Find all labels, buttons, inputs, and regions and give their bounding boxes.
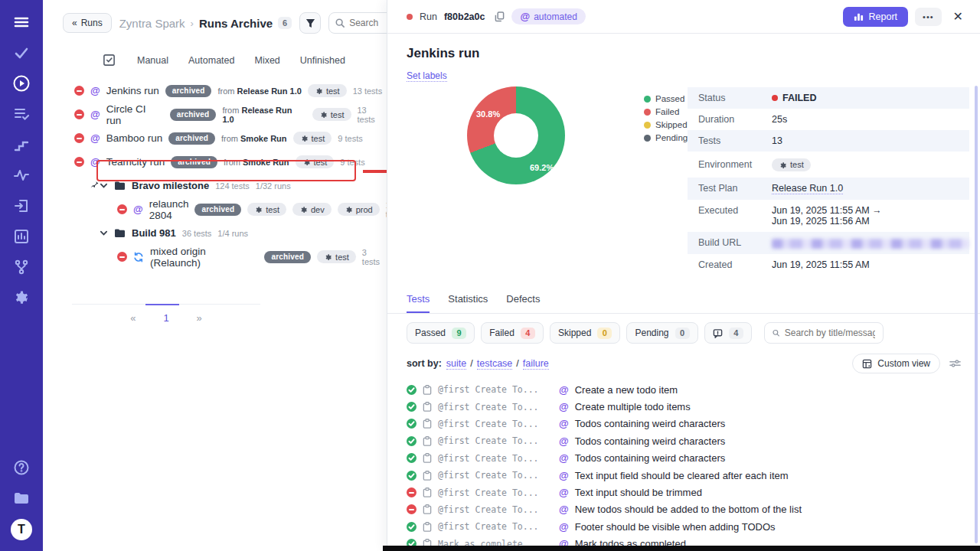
filter-comments[interactable]: 4	[704, 322, 752, 344]
test-title[interactable]: Create multiple todo items	[575, 401, 691, 412]
close-detail-button[interactable]: ✕	[949, 6, 968, 27]
test-title[interactable]: Todos containing weird characters	[575, 435, 726, 447]
sort-suite-link[interactable]: suite	[446, 358, 466, 370]
env-badge: test	[293, 132, 332, 145]
filter-failed[interactable]: Failed4	[481, 322, 544, 344]
test-row[interactable]: @first Create To...@Text input field sho…	[407, 467, 980, 484]
run-title: Jenkins run	[387, 34, 980, 61]
test-row[interactable]: @first Create To...@Todos containing wei…	[407, 416, 980, 432]
clipboard-icon	[423, 471, 432, 481]
test-title[interactable]: Text input should be trimmed	[575, 487, 702, 498]
filter-passed[interactable]: Passed9	[407, 322, 475, 344]
select-all-icon[interactable]	[103, 54, 116, 67]
test-row[interactable]: @first Create To...@Create a new todo it…	[407, 381, 980, 398]
archived-badge: archived	[168, 132, 215, 145]
run-name[interactable]: relaunch 2804	[149, 198, 189, 221]
sliders-icon[interactable]	[949, 358, 961, 369]
env-badge: test	[772, 158, 811, 171]
build-url-redacted[interactable]	[772, 239, 969, 249]
vertical-scrollbar[interactable]	[975, 86, 978, 543]
run-row-jenkins[interactable]: @ Jenkins run archived from Release Run …	[43, 79, 387, 103]
tab-automated[interactable]: Automated	[188, 55, 234, 66]
steps-icon[interactable]	[11, 135, 31, 155]
help-icon[interactable]	[11, 458, 31, 478]
tab-tests[interactable]: Tests	[407, 293, 430, 313]
tab-unfinished[interactable]: Unfinished	[300, 55, 345, 66]
pagination-page-1[interactable]: 1	[163, 312, 168, 324]
gear-icon	[300, 134, 309, 142]
test-row[interactable]: @first Create To...@Text input should be…	[407, 484, 980, 500]
chevron-down-icon[interactable]	[100, 181, 108, 190]
run-name[interactable]: Circle CI run	[106, 103, 164, 126]
run-row-circle-ci[interactable]: @ Circle CI run archived from Release Ru…	[43, 103, 387, 126]
test-title[interactable]: Todos containing weird characters	[575, 418, 726, 429]
test-title[interactable]: Create a new todo item	[575, 384, 678, 396]
tab-mixed[interactable]: Mixed	[254, 55, 279, 66]
import-icon[interactable]	[11, 196, 31, 216]
clipboard-icon	[423, 436, 432, 446]
sort-failure-link[interactable]: failure	[523, 358, 549, 370]
chevron-down-icon[interactable]	[100, 229, 108, 237]
analytics-icon[interactable]	[11, 165, 31, 185]
milestone-row-build-981[interactable]: Build 981 36 tests 1/4 runs	[43, 221, 387, 245]
custom-view-button[interactable]: Custom view	[852, 354, 940, 373]
run-name[interactable]: Jenkins run	[106, 85, 159, 96]
comment-icon	[713, 328, 723, 338]
projects-icon[interactable]	[11, 488, 31, 508]
reports-icon[interactable]	[11, 227, 31, 246]
runs-search-input[interactable]	[349, 18, 390, 28]
run-row-bamboo[interactable]: @ Bamboo run archived from Smoke Run tes…	[43, 126, 387, 150]
test-row[interactable]: @first Create To...@Todos containing wei…	[407, 432, 980, 449]
milestone-name[interactable]: Bravo milestone	[132, 180, 209, 191]
clipboard-icon	[423, 402, 432, 412]
pagination-prev[interactable]: «	[130, 312, 136, 324]
run-row-relaunch-2804[interactable]: @ relaunch 2804 archived test dev prod 1…	[43, 197, 387, 221]
run-name[interactable]: Bamboo run	[106, 132, 163, 144]
report-button[interactable]: Report	[843, 7, 909, 27]
test-plans-icon[interactable]	[11, 104, 31, 124]
milestone-row-bravo[interactable]: Bravo milestone 124 tests 1/32 runs	[43, 174, 387, 197]
filter-pending[interactable]: Pending0	[626, 322, 697, 344]
run-row-teamcity[interactable]: @ Teamcity run archived from Smoke Run t…	[43, 150, 387, 174]
more-options-button[interactable]: •••	[915, 8, 942, 26]
test-row[interactable]: @first Create To...@Footer should be vis…	[407, 518, 980, 535]
menu-icon[interactable]	[11, 12, 31, 32]
tests-icon[interactable]	[11, 43, 31, 63]
pagination-next[interactable]: »	[197, 312, 202, 324]
test-title[interactable]: Footer should be visible when adding TOD…	[575, 521, 776, 533]
test-row[interactable]: @first Create To...@Todos containing wei…	[407, 450, 980, 467]
test-title[interactable]: Todos containing weird characters	[575, 452, 726, 464]
sort-testcase-link[interactable]: testcase	[477, 358, 513, 370]
back-to-runs-button[interactable]: « Runs	[63, 13, 112, 33]
env-badge: dev	[292, 203, 332, 216]
tab-manual[interactable]: Manual	[137, 55, 168, 66]
test-row[interactable]: @first Create To...@Create multiple todo…	[407, 398, 980, 415]
set-labels-link[interactable]: Set labels	[407, 70, 447, 82]
copy-icon[interactable]	[495, 11, 505, 22]
branches-icon[interactable]	[11, 257, 31, 277]
filter-button[interactable]	[299, 12, 321, 34]
tab-defects[interactable]: Defects	[506, 293, 540, 313]
tests-search-input[interactable]	[785, 328, 875, 338]
tab-statistics[interactable]: Statistics	[448, 293, 488, 313]
test-title[interactable]: New todos should be added to the bottom …	[575, 504, 802, 515]
test-suite: @first Create To...	[438, 470, 553, 481]
test-plan-link[interactable]: Release Run 1.0	[772, 183, 843, 194]
run-name[interactable]: mixed origin (Relaunch)	[150, 246, 258, 269]
app-logo[interactable]: T	[11, 519, 32, 540]
milestone-name[interactable]: Build 981	[132, 227, 176, 239]
run-name[interactable]: Teamcity run	[106, 156, 165, 168]
test-title[interactable]: Text input field should be cleared after…	[575, 470, 789, 481]
filter-skipped[interactable]: Skipped0	[550, 322, 621, 344]
runs-icon[interactable]	[11, 73, 31, 93]
breadcrumb-project[interactable]: Zyntra Spark	[119, 17, 185, 30]
test-row[interactable]: @first Create To...@New todos should be …	[407, 501, 980, 518]
settings-icon[interactable]	[11, 288, 31, 308]
executed-value: Jun 19, 2025 11:55 AM → Jun 19, 2025 11:…	[772, 205, 882, 227]
test-results-list: @first Create To...@Create a new todo it…	[387, 373, 980, 551]
run-row-mixed-origin[interactable]: mixed origin (Relaunch) archived test 3 …	[43, 245, 387, 269]
test-suite: @first Create To...	[438, 521, 553, 532]
run-label: Run	[420, 11, 437, 22]
automated-type-badge[interactable]: @automated	[511, 8, 585, 24]
tests-value: 13	[772, 135, 782, 146]
